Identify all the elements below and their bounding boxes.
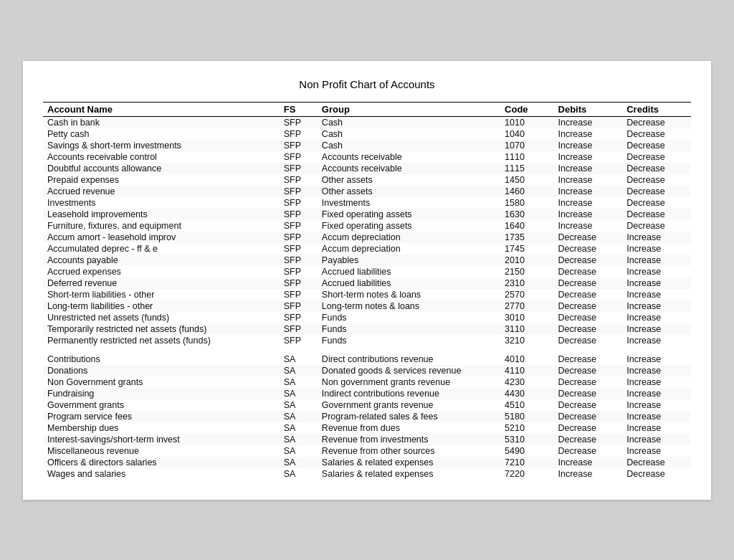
cell-code: 4110	[500, 365, 553, 376]
table-row: Program service feesSAProgram-related sa…	[43, 411, 691, 422]
cell-credits: Increase	[622, 300, 691, 312]
table-row: Miscellaneous revenueSARevenue from othe…	[43, 445, 691, 457]
table-spacer	[43, 346, 691, 353]
cell-code: 5310	[500, 434, 553, 445]
cell-fs: SFP	[280, 174, 318, 186]
cell-account-name: Accounts payable	[43, 255, 280, 266]
cell-account-name: Accumulated deprec - ff & e	[43, 243, 280, 255]
cell-fs: SFP	[280, 323, 318, 335]
cell-debits: Decrease	[554, 376, 623, 388]
cell-debits: Decrease	[554, 300, 623, 312]
cell-group: Cash	[318, 128, 500, 140]
cell-credits: Increase	[622, 255, 691, 266]
cell-account-name: Miscellaneous revenue	[43, 445, 280, 457]
cell-debits: Decrease	[554, 399, 623, 411]
cell-group: Cash	[318, 140, 500, 151]
cell-group: Funds	[318, 323, 500, 335]
cell-credits: Increase	[622, 434, 691, 445]
table-row: Accrued revenueSFPOther assets1460Increa…	[43, 186, 691, 197]
table-row: Furniture, fixtures, and equipmentSFPFix…	[43, 220, 691, 232]
cell-code: 7220	[500, 468, 553, 480]
cell-debits: Decrease	[554, 312, 623, 323]
cell-group: Long-term notes & loans	[318, 300, 500, 312]
cell-account-name: Officers & directors salaries	[43, 457, 280, 468]
cell-account-name: Government grants	[43, 399, 280, 411]
cell-debits: Increase	[554, 197, 623, 209]
col-header-code: Code	[500, 102, 553, 116]
col-header-fs: FS	[280, 102, 318, 116]
cell-fs: SA	[280, 434, 318, 445]
cell-code: 3010	[500, 312, 553, 323]
cell-group: Direct contributions revenue	[318, 353, 500, 365]
cell-debits: Decrease	[554, 434, 623, 445]
table-row: Officers & directors salariesSASalaries …	[43, 457, 691, 468]
cell-group: Accounts receivable	[318, 163, 500, 174]
table-body: Cash in bankSFPCash1010IncreaseDecreaseP…	[43, 116, 691, 480]
cell-code: 1450	[500, 174, 553, 186]
cell-group: Fixed operating assets	[318, 209, 500, 220]
cell-group: Other assets	[318, 174, 500, 186]
cell-credits: Decrease	[622, 140, 691, 151]
cell-fs: SFP	[280, 209, 318, 220]
cell-fs: SFP	[280, 243, 318, 255]
cell-group: Salaries & related expenses	[318, 457, 500, 468]
table-row: DonationsSADonated goods & services reve…	[43, 365, 691, 376]
cell-code: 3110	[500, 323, 553, 335]
cell-group: Payables	[318, 255, 500, 266]
cell-credits: Increase	[622, 277, 691, 289]
cell-fs: SFP	[280, 220, 318, 232]
cell-account-name: Short-term liabilities - other	[43, 289, 280, 300]
cell-code: 7210	[500, 457, 553, 468]
cell-group: Revenue from investments	[318, 434, 500, 445]
cell-account-name: Leasehold improvements	[43, 209, 280, 220]
cell-account-name: Furniture, fixtures, and equipment	[43, 220, 280, 232]
cell-fs: SA	[280, 399, 318, 411]
table-row: Accum amort - leasehold improvSFPAccum d…	[43, 232, 691, 243]
cell-debits: Decrease	[554, 266, 623, 277]
cell-group: Indirect contributions revenue	[318, 388, 500, 399]
page-container: Non Profit Chart of Accounts Account Nam…	[23, 61, 711, 500]
cell-fs: SA	[280, 468, 318, 480]
cell-debits: Increase	[554, 457, 623, 468]
cell-code: 1640	[500, 220, 553, 232]
cell-fs: SFP	[280, 277, 318, 289]
cell-group: Revenue from other sources	[318, 445, 500, 457]
cell-group: Funds	[318, 335, 500, 346]
cell-group: Accum depreciation	[318, 243, 500, 255]
cell-group: Funds	[318, 312, 500, 323]
table-row: Permanently restricted net assets (funds…	[43, 335, 691, 346]
cell-account-name: Cash in bank	[43, 116, 280, 128]
table-row: Prepaid expensesSFPOther assets1450Incre…	[43, 174, 691, 186]
cell-code: 2770	[500, 300, 553, 312]
cell-fs: SFP	[280, 289, 318, 300]
cell-credits: Decrease	[622, 220, 691, 232]
cell-fs: SFP	[280, 163, 318, 174]
cell-credits: Increase	[622, 422, 691, 434]
cell-account-name: Accounts receivable control	[43, 151, 280, 163]
table-row: Temporarily restricted net assets (funds…	[43, 323, 691, 335]
cell-group: Government grants revenue	[318, 399, 500, 411]
cell-account-name: Temporarily restricted net assets (funds…	[43, 323, 280, 335]
table-row: Petty cashSFPCash1040IncreaseDecrease	[43, 128, 691, 140]
table-row: Interest-savings/short-term investSAReve…	[43, 434, 691, 445]
cell-account-name: Accrued expenses	[43, 266, 280, 277]
cell-fs: SFP	[280, 232, 318, 243]
cell-debits: Decrease	[554, 353, 623, 365]
cell-debits: Decrease	[554, 323, 623, 335]
cell-code: 2150	[500, 266, 553, 277]
cell-credits: Increase	[622, 323, 691, 335]
cell-code: 5490	[500, 445, 553, 457]
cell-fs: SFP	[280, 186, 318, 197]
cell-debits: Increase	[554, 140, 623, 151]
col-header-credits: Credits	[622, 102, 691, 116]
cell-credits: Decrease	[622, 457, 691, 468]
cell-credits: Decrease	[622, 197, 691, 209]
table-header: Account Name FS Group Code Debits Credit…	[43, 102, 691, 116]
table-row: Savings & short-term investmentsSFPCash1…	[43, 140, 691, 151]
cell-group: Accounts receivable	[318, 151, 500, 163]
cell-account-name: Permanently restricted net assets (funds…	[43, 335, 280, 346]
table-row: Doubtful accounts allowanceSFPAccounts r…	[43, 163, 691, 174]
cell-account-name: Accum amort - leasehold improv	[43, 232, 280, 243]
cell-credits: Decrease	[622, 163, 691, 174]
cell-account-name: Contributions	[43, 353, 280, 365]
